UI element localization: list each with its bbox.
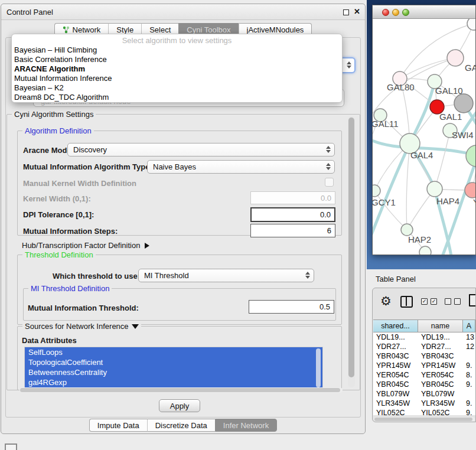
- unchecked-box-icon: [454, 298, 461, 305]
- attribute-topologicalcoefficient[interactable]: TopologicalCoefficient: [25, 357, 322, 367]
- deselect-all-icon[interactable]: [445, 298, 461, 305]
- expand-right-icon[interactable]: [145, 243, 149, 249]
- mi-steps-label: Mutual Information Steps:: [23, 227, 118, 236]
- sources-h-scrollbar[interactable]: [19, 387, 343, 393]
- attributes-scrollbar[interactable]: [316, 348, 321, 387]
- network-canvas[interactable]: GALGAL80GAL10GAL1GAL11SWI4GAL4GCY1HAP4YH…: [373, 19, 475, 255]
- hub-definition-section[interactable]: Hub/Transcription Factor Definition: [22, 241, 149, 250]
- table-cell: YBL079W: [418, 389, 463, 399]
- node-y[interactable]: [465, 182, 475, 198]
- data-attributes-list[interactable]: SelfLoopsTopologicalCoefficientBetweenne…: [24, 347, 323, 389]
- algorithm-option-bayesian-hill-climbing[interactable]: Bayesian – Hill Climbing: [12, 45, 342, 55]
- node-gal[interactable]: [447, 50, 464, 66]
- table-h-scrollbar-thumb[interactable]: [374, 418, 472, 421]
- table-row[interactable]: YIL052CYIL052C9.: [373, 408, 475, 415]
- table-row[interactable]: YBR045CYBR045C9.: [373, 380, 475, 389]
- column-header-shared[interactable]: shared...: [373, 319, 418, 332]
- mi-threshold-value: 0.5: [319, 302, 330, 311]
- bottom-tab-impute-data[interactable]: Impute Data: [89, 419, 147, 432]
- table-cell: 9.: [463, 408, 475, 415]
- tab-label: Network: [73, 25, 101, 34]
- close-icon[interactable]: ✕: [354, 7, 360, 16]
- minimize-traffic-light-icon[interactable]: [392, 9, 399, 16]
- manual-kernel-width-checkbox[interactable]: [325, 178, 334, 187]
- attribute-selfloops[interactable]: SelfLoops: [25, 347, 322, 357]
- checked-box-icon: ✓: [421, 298, 428, 305]
- algorithm-option-basic-correlation-inference[interactable]: Basic Correlation Inference: [12, 55, 342, 64]
- node-hap2[interactable]: [401, 224, 413, 236]
- mi-algorithm-type-combo[interactable]: Naive Bayes: [147, 160, 335, 174]
- mi-threshold-field[interactable]: 0.5: [249, 300, 334, 314]
- table-cell: YBR043C: [373, 351, 418, 361]
- table-cell: YBR043C: [418, 351, 463, 361]
- column-header-a[interactable]: A: [463, 319, 475, 332]
- select-all-icon[interactable]: ✓ ✓: [421, 298, 437, 305]
- table-cell: YLR345W: [418, 399, 463, 408]
- document-icon[interactable]: [469, 294, 476, 306]
- close-traffic-light-icon[interactable]: [382, 9, 389, 16]
- node-unlabeled[interactable]: [419, 246, 431, 255]
- kernel-width-field[interactable]: 0.0: [250, 191, 335, 204]
- settings-scrollbar[interactable]: [348, 116, 355, 387]
- table-cell: 13: [463, 332, 475, 342]
- mi-steps-field[interactable]: 6: [250, 224, 335, 237]
- bottom-tab-bar: Impute DataDiscretize DataInfer Network: [1, 419, 365, 432]
- settings-scrollbar-thumb[interactable]: [348, 118, 354, 377]
- which-threshold-combo[interactable]: MI Threshold: [138, 269, 314, 282]
- kernel-width-label: Kernel Width (0,1):: [23, 194, 91, 203]
- table-cell: YER054C: [373, 370, 418, 380]
- hub-definition-label: Hub/Transcription Factor Definition: [22, 241, 140, 250]
- algorithm-option-mutual-information-inference[interactable]: Mutual Information Inference: [12, 74, 342, 83]
- mi-steps-value: 6: [327, 226, 331, 235]
- tab-label: Select: [149, 25, 171, 34]
- attribute-betweennesscentrality[interactable]: BetweennessCentrality: [25, 367, 322, 377]
- table-cell: 12: [463, 342, 475, 351]
- node-label-hap2: HAP2: [408, 234, 431, 244]
- table-row[interactable]: YBL079WYBL079W: [373, 389, 475, 399]
- aracne-mode-combo[interactable]: Discovery: [67, 143, 335, 156]
- node-label-gal10: GAL10: [435, 86, 463, 96]
- table-row[interactable]: YDR27...YDR27...12: [373, 342, 475, 351]
- gear-icon[interactable]: ⚙: [380, 293, 392, 309]
- sources-title-row[interactable]: Sources for Network Inference: [22, 322, 141, 331]
- table-row[interactable]: YDL19...YDL19...13: [373, 332, 475, 342]
- table-cell: YLR345W: [373, 399, 418, 408]
- column-header-name[interactable]: name: [418, 319, 463, 332]
- table-cell: YBR045C: [418, 380, 463, 389]
- algorithm-option-aracne-algorithm[interactable]: ARACNE Algorithm: [12, 64, 342, 74]
- table-cell: YDL19...: [418, 332, 463, 342]
- column-browser-icon[interactable]: [400, 296, 413, 308]
- table-row[interactable]: YPR145WYPR145W9.: [373, 361, 475, 370]
- mi-algorithm-type-label: Mutual Information Algorithm Type:: [23, 162, 152, 171]
- node-unlabeled[interactable]: [454, 94, 473, 113]
- table-panel-title: Table Panel: [376, 275, 416, 283]
- network-view-window: GALGAL80GAL10GAL1GAL11SWI4GAL4GCY1HAP4YH…: [372, 5, 476, 255]
- apply-button[interactable]: Apply: [159, 399, 200, 412]
- table-row[interactable]: YER054CYER054C8.: [373, 370, 475, 380]
- network-icon: [63, 26, 70, 34]
- table-h-scrollbar[interactable]: [374, 417, 475, 422]
- algorithm-option-dream8-dc-tdc-algorithm[interactable]: Dream8 DC_TDC Algorithm: [12, 93, 342, 102]
- table-cell: 8.: [463, 370, 475, 380]
- node-label-gal80: GAL80: [387, 82, 415, 92]
- node-gcy1[interactable]: [373, 185, 380, 197]
- attribute-gal4rgexp[interactable]: gal4RGexp: [25, 377, 322, 387]
- table-row[interactable]: YBR043CYBR043C: [373, 351, 475, 361]
- zoom-traffic-light-icon[interactable]: [402, 9, 409, 16]
- table-row[interactable]: YLR345WYLR345W9.: [373, 399, 475, 408]
- bottom-tab-infer-network[interactable]: Infer Network: [215, 419, 277, 432]
- apply-button-label: Apply: [170, 402, 190, 410]
- node-hap4[interactable]: [427, 181, 442, 197]
- dpi-tolerance-field[interactable]: 0.0: [250, 207, 335, 222]
- sources-h-scrollbar-thumb[interactable]: [20, 388, 340, 392]
- bottom-tab-discretize-data[interactable]: Discretize Data: [147, 419, 215, 432]
- algorithm-option-bayesian-k2[interactable]: Bayesian – K2: [12, 83, 342, 93]
- table-cell: 9.: [463, 380, 475, 389]
- node-label-hap4: HAP4: [436, 196, 459, 206]
- float-window-icon[interactable]: [343, 9, 349, 15]
- node-unlabeled[interactable]: [466, 145, 475, 167]
- table-cell: YDR27...: [373, 342, 418, 351]
- node-unlabeled[interactable]: [467, 19, 475, 30]
- collapse-down-icon[interactable]: [132, 324, 139, 329]
- minimized-icon[interactable]: [5, 444, 17, 450]
